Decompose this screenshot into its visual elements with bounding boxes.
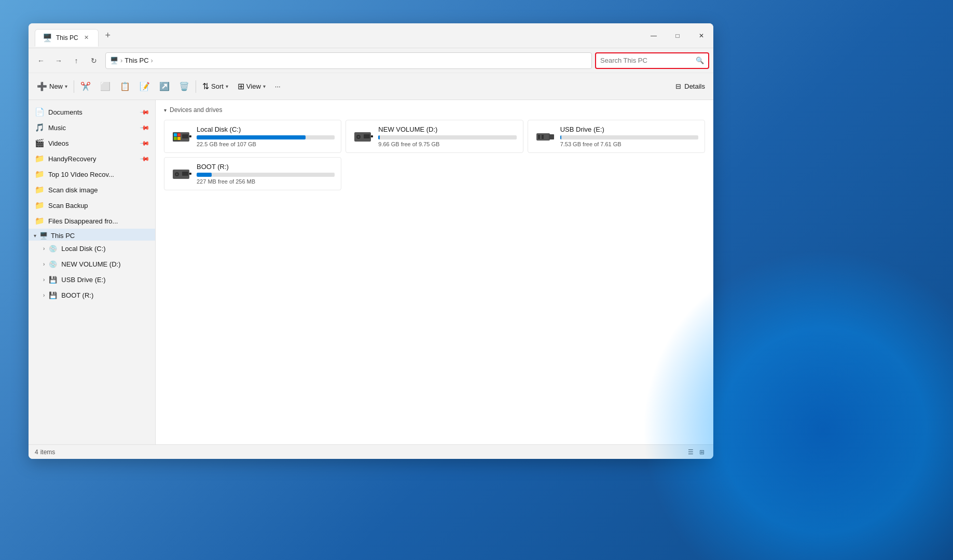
drive-e-icon	[534, 128, 555, 145]
expand-icon: ›	[43, 277, 45, 283]
section-label: Devices and drives	[170, 106, 222, 114]
folder-icon: 📁	[35, 185, 44, 194]
forward-button[interactable]: →	[50, 52, 67, 69]
drive-d-free: 9.66 GB free of 9.75 GB	[378, 141, 516, 147]
drive-c-bar-fill	[197, 135, 306, 139]
sidebar-item-documents[interactable]: 📄 Documents 📌	[29, 104, 155, 120]
this-pc-label: This PC	[51, 232, 75, 240]
section-header: ▾ Devices and drives	[164, 106, 705, 114]
new-tab-button[interactable]: +	[101, 29, 115, 43]
drive-e-icon: 💾	[49, 276, 57, 284]
close-button[interactable]: ✕	[689, 23, 713, 48]
rename-button[interactable]: 📝	[135, 77, 154, 96]
nav-bar: ← → ↑ ↻ 🖥️ › This PC › 🔍	[29, 48, 713, 73]
cut-icon: ✂️	[80, 81, 91, 91]
paste-button[interactable]: 📋	[116, 77, 134, 96]
pin-icon: 📌	[140, 107, 150, 118]
sidebar-item-handyrecovery[interactable]: 📁 HandyRecovery 📌	[29, 151, 155, 166]
address-pc-icon: 🖥️	[110, 57, 118, 64]
collapse-icon: ▾	[34, 233, 36, 239]
refresh-button[interactable]: ↻	[86, 52, 102, 69]
drive-e-bar-fill	[560, 135, 562, 139]
share-button[interactable]: ↗️	[155, 77, 174, 96]
drive-r-icon	[171, 165, 191, 182]
list-view-button[interactable]: ☰	[685, 447, 696, 457]
folder-icon: 📁	[35, 201, 44, 210]
item-count: 4	[35, 449, 38, 456]
search-bar[interactable]: 🔍	[595, 52, 709, 69]
drive-d-bar-container	[378, 135, 516, 139]
sidebar-group-this-pc[interactable]: ▾ 🖥️ This PC	[29, 229, 155, 241]
sidebar-item-usb-drive-e[interactable]: › 💾 USB Drive (E:)	[29, 272, 155, 287]
drives-grid: Local Disk (C:) 22.5 GB free of 107 GB	[164, 120, 705, 190]
up-button[interactable]: ↑	[68, 52, 85, 69]
sidebar-item-top10[interactable]: 📁 Top 10 VIdeo Recov...	[29, 166, 155, 182]
tab-pc-icon: 🖥️	[43, 33, 52, 43]
svg-rect-3	[177, 133, 181, 136]
status-view-buttons: ☰ ⊞	[685, 447, 707, 457]
sidebar-item-boot-r[interactable]: › 💾 BOOT (R:)	[29, 287, 155, 303]
svg-rect-5	[177, 137, 181, 140]
drive-r-icon: 💾	[49, 291, 57, 299]
drive-item-e[interactable]: USB Drive (E:) 7.53 GB free of 7.61 GB	[528, 120, 705, 153]
tab-title: This PC	[56, 34, 78, 41]
sidebar-item-music[interactable]: 🎵 Music 📌	[29, 120, 155, 135]
sidebar-item-new-volume-d[interactable]: › 💿 NEW VOLUME (D:)	[29, 256, 155, 272]
items-label: items	[40, 449, 56, 456]
drive-item-c[interactable]: Local Disk (C:) 22.5 GB free of 107 GB	[164, 120, 341, 153]
sort-button[interactable]: ⇅ Sort ▾	[198, 77, 232, 96]
search-icon[interactable]: 🔍	[696, 57, 704, 64]
details-button[interactable]: ⊟ Details	[671, 77, 709, 96]
drive-c-icon	[171, 128, 191, 145]
drive-d-icon	[352, 128, 373, 145]
cut-button[interactable]: ✂️	[76, 77, 95, 96]
sidebar-item-videos[interactable]: 🎬 Videos 📌	[29, 135, 155, 151]
grid-view-button[interactable]: ⊞	[697, 447, 707, 457]
sidebar-item-label: Documents	[48, 108, 82, 116]
drive-r-label: BOOT (R:)	[61, 291, 93, 299]
sort-label: Sort	[211, 82, 224, 90]
more-label: ···	[275, 82, 281, 90]
delete-button[interactable]: 🗑️	[175, 77, 194, 96]
more-button[interactable]: ···	[271, 77, 285, 96]
sidebar-item-local-disk-c[interactable]: › 💿 Local Disk (C:)	[29, 241, 155, 256]
documents-icon: 📄	[35, 107, 44, 117]
content-area: ▾ Devices and drives	[156, 100, 713, 444]
copy-button[interactable]: ⬜	[96, 77, 115, 96]
drive-c-bar-container	[197, 135, 335, 139]
drive-r-bar-container	[197, 173, 335, 177]
new-button[interactable]: ➕ New ▾	[33, 77, 72, 96]
search-input[interactable]	[600, 57, 693, 64]
drive-item-d[interactable]: NEW VOLUME (D:) 9.66 GB free of 9.75 GB	[346, 120, 523, 153]
sidebar: 📄 Documents 📌 🎵 Music 📌 🎬 Videos 📌 📁 Han…	[29, 100, 156, 444]
drive-r-name: BOOT (R:)	[197, 163, 335, 171]
back-button[interactable]: ←	[33, 52, 49, 69]
drive-c-label: Local Disk (C:)	[61, 245, 105, 253]
folder-icon: 📁	[35, 154, 44, 163]
tab-close-button[interactable]: ✕	[82, 34, 91, 42]
rename-icon: 📝	[140, 81, 150, 91]
sidebar-item-label: Videos	[48, 139, 69, 147]
toolbar-divider-2	[196, 80, 196, 93]
new-icon: ➕	[37, 81, 47, 91]
view-label: View	[246, 82, 261, 90]
address-bar[interactable]: 🖥️ › This PC ›	[105, 52, 592, 69]
drive-e-bar-container	[560, 135, 698, 139]
drive-item-r[interactable]: BOOT (R:) 227 MB free of 256 MB	[164, 157, 341, 190]
sidebar-item-scan-disk[interactable]: 📁 Scan disk image	[29, 182, 155, 198]
videos-icon: 🎬	[35, 138, 44, 148]
file-explorer-window: 🖥️ This PC ✕ + — □ ✕ ← → ↑ ↻ 🖥️ › This P…	[29, 23, 713, 459]
tab-this-pc[interactable]: 🖥️ This PC ✕	[35, 29, 99, 47]
svg-point-21	[176, 174, 178, 175]
minimize-button[interactable]: —	[642, 23, 666, 48]
maximize-button[interactable]: □	[666, 23, 689, 48]
sidebar-item-scan-backup[interactable]: 📁 Scan Backup	[29, 198, 155, 213]
drive-d-info: NEW VOLUME (D:) 9.66 GB free of 9.75 GB	[378, 125, 516, 147]
drive-c-info: Local Disk (C:) 22.5 GB free of 107 GB	[197, 125, 335, 147]
sidebar-item-files-disappeared[interactable]: 📁 Files Disappeared fro...	[29, 213, 155, 229]
view-button[interactable]: ⊞ View ▾	[233, 77, 270, 96]
drive-r-bar-fill	[197, 173, 212, 177]
sort-icon: ⇅	[202, 81, 209, 91]
paste-icon: 📋	[120, 81, 130, 91]
details-label: Details	[684, 82, 705, 90]
